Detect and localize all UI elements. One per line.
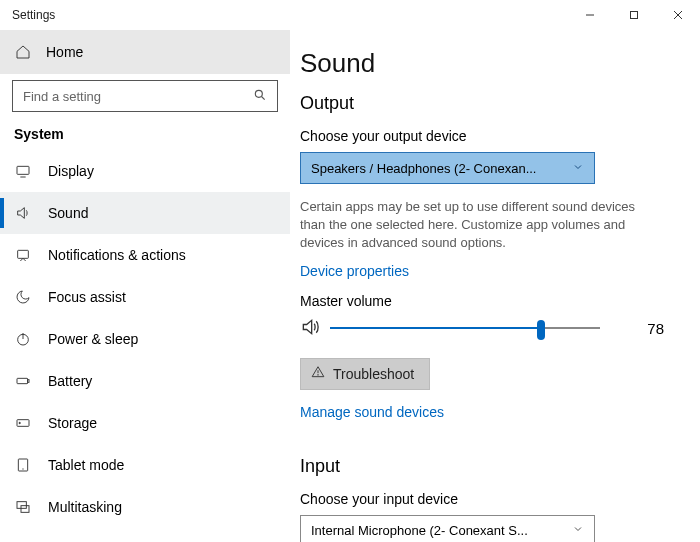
sidebar-item-focus-assist[interactable]: Focus assist bbox=[0, 276, 290, 318]
window-title: Settings bbox=[12, 8, 55, 22]
master-volume-slider[interactable] bbox=[330, 319, 600, 337]
sidebar-item-label: Notifications & actions bbox=[48, 247, 186, 263]
title-bar: Settings bbox=[0, 0, 700, 30]
output-choose-label: Choose your output device bbox=[300, 128, 670, 144]
svg-rect-11 bbox=[17, 378, 28, 383]
storage-icon bbox=[14, 415, 32, 431]
sidebar-item-label: Display bbox=[48, 163, 94, 179]
home-icon bbox=[14, 44, 32, 60]
svg-rect-18 bbox=[21, 506, 29, 513]
manage-sound-devices-link[interactable]: Manage sound devices bbox=[300, 404, 444, 420]
sidebar-home[interactable]: Home bbox=[0, 30, 290, 74]
sidebar-item-sound[interactable]: Sound bbox=[0, 192, 290, 234]
output-device-dropdown[interactable]: Speakers / Headphones (2- Conexan... bbox=[300, 152, 595, 184]
minimize-button[interactable] bbox=[568, 0, 612, 30]
output-device-value: Speakers / Headphones (2- Conexan... bbox=[311, 161, 564, 176]
speaker-icon[interactable] bbox=[300, 317, 320, 340]
input-choose-label: Choose your input device bbox=[300, 491, 670, 507]
main-panel: Sound Output Choose your output device S… bbox=[290, 30, 700, 542]
sidebar-item-label: Sound bbox=[48, 205, 88, 221]
chevron-down-icon bbox=[572, 161, 584, 176]
search-placeholder: Find a setting bbox=[23, 89, 245, 104]
sidebar-item-power-sleep[interactable]: Power & sleep bbox=[0, 318, 290, 360]
chevron-down-icon bbox=[572, 523, 584, 538]
search-icon bbox=[253, 88, 267, 105]
notifications-icon bbox=[14, 247, 32, 263]
close-button[interactable] bbox=[656, 0, 700, 30]
device-properties-link[interactable]: Device properties bbox=[300, 263, 409, 279]
maximize-button[interactable] bbox=[612, 0, 656, 30]
power-icon bbox=[14, 331, 32, 347]
multitasking-icon bbox=[14, 499, 32, 515]
sidebar-item-label: Tablet mode bbox=[48, 457, 124, 473]
master-volume-value: 78 bbox=[647, 320, 664, 337]
svg-rect-17 bbox=[17, 502, 26, 509]
sidebar-item-battery[interactable]: Battery bbox=[0, 360, 290, 402]
tablet-icon bbox=[14, 457, 32, 473]
svg-rect-8 bbox=[18, 250, 29, 258]
sidebar-home-label: Home bbox=[46, 44, 83, 60]
search-input[interactable]: Find a setting bbox=[12, 80, 278, 112]
battery-icon bbox=[14, 373, 32, 389]
display-icon bbox=[14, 163, 32, 179]
sidebar-item-multitasking[interactable]: Multitasking bbox=[0, 486, 290, 528]
sidebar-section: System bbox=[0, 122, 290, 150]
sidebar-item-notifications[interactable]: Notifications & actions bbox=[0, 234, 290, 276]
page-title: Sound bbox=[300, 48, 670, 79]
svg-rect-1 bbox=[631, 12, 638, 19]
sidebar: Home Find a setting System Display Sound bbox=[0, 30, 290, 542]
troubleshoot-button[interactable]: Troubleshoot bbox=[300, 358, 430, 390]
sidebar-item-display[interactable]: Display bbox=[0, 150, 290, 192]
sidebar-item-label: Storage bbox=[48, 415, 97, 431]
svg-point-4 bbox=[255, 90, 262, 97]
focus-assist-icon bbox=[14, 289, 32, 305]
troubleshoot-label: Troubleshoot bbox=[333, 366, 414, 382]
master-volume-label: Master volume bbox=[300, 293, 670, 309]
sidebar-item-tablet-mode[interactable]: Tablet mode bbox=[0, 444, 290, 486]
slider-thumb[interactable] bbox=[537, 320, 545, 340]
svg-point-20 bbox=[318, 375, 319, 376]
sound-icon bbox=[14, 205, 32, 221]
sidebar-item-label: Power & sleep bbox=[48, 331, 138, 347]
svg-rect-12 bbox=[28, 380, 29, 383]
input-device-dropdown[interactable]: Internal Microphone (2- Conexant S... bbox=[300, 515, 595, 542]
warning-icon bbox=[311, 365, 325, 382]
input-heading: Input bbox=[300, 456, 670, 477]
output-description: Certain apps may be set up to use differ… bbox=[300, 198, 660, 253]
output-heading: Output bbox=[300, 93, 670, 114]
input-device-value: Internal Microphone (2- Conexant S... bbox=[311, 523, 564, 538]
svg-rect-6 bbox=[17, 166, 29, 174]
sidebar-item-label: Multitasking bbox=[48, 499, 122, 515]
sidebar-item-label: Focus assist bbox=[48, 289, 126, 305]
sidebar-item-storage[interactable]: Storage bbox=[0, 402, 290, 444]
svg-line-5 bbox=[262, 96, 265, 99]
svg-point-14 bbox=[19, 422, 20, 423]
sidebar-item-label: Battery bbox=[48, 373, 92, 389]
